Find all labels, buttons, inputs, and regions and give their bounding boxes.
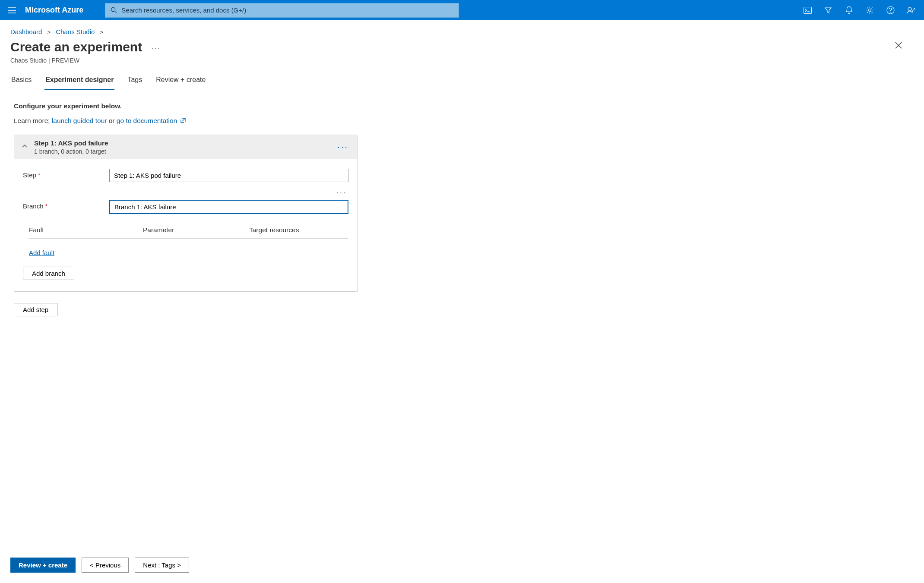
- tab-tags[interactable]: Tags: [127, 72, 143, 90]
- breadcrumb: Dashboard > Chaos Studio >: [0, 20, 924, 39]
- svg-point-0: [111, 7, 115, 11]
- step-name-label: Step*: [23, 169, 109, 179]
- chevron-right-icon: >: [100, 29, 104, 35]
- search-input[interactable]: [121, 6, 453, 14]
- fault-table-header: Fault Parameter Target resources: [29, 222, 348, 239]
- tab-basics[interactable]: Basics: [10, 72, 32, 90]
- add-step-button[interactable]: Add step: [14, 303, 57, 316]
- svg-point-3: [868, 9, 871, 12]
- step-context-menu[interactable]: ···: [337, 142, 350, 152]
- svg-rect-2: [804, 7, 811, 13]
- or-text: or: [107, 117, 116, 124]
- svg-line-1: [115, 11, 117, 13]
- breadcrumb-chaos-studio[interactable]: Chaos Studio: [56, 28, 95, 35]
- top-nav: Microsoft Azure: [0, 0, 924, 20]
- notifications-icon[interactable]: [839, 1, 858, 20]
- page-header: Create an experiment ··· Chaos Studio | …: [0, 39, 924, 72]
- fault-table: Fault Parameter Target resources: [29, 222, 348, 239]
- step-form: Step* ··· Branch* Fault Parameter Target…: [14, 159, 357, 291]
- learn-more-line: Learn more; launch guided tour or go to …: [14, 117, 358, 125]
- page-subtitle: Chaos Studio | PREVIEW: [10, 57, 161, 64]
- col-target-resources: Target resources: [249, 226, 348, 234]
- settings-icon[interactable]: [860, 1, 879, 20]
- content-area: Configure your experiment below. Learn m…: [0, 90, 371, 325]
- col-fault: Fault: [29, 226, 143, 234]
- step-card: Step 1: AKS pod failure 1 branch, 0 acti…: [14, 135, 358, 292]
- external-link-icon: [180, 117, 186, 125]
- global-search[interactable]: [105, 3, 459, 18]
- topbar-actions: [798, 1, 921, 20]
- breadcrumb-dashboard[interactable]: Dashboard: [10, 28, 42, 35]
- add-fault-link[interactable]: Add fault: [29, 249, 54, 256]
- collapse-toggle[interactable]: [21, 143, 28, 151]
- intro-heading: Configure your experiment below.: [14, 102, 358, 110]
- page-menu-icon[interactable]: ···: [152, 41, 161, 53]
- branch-name-input[interactable]: [109, 200, 348, 214]
- learn-prefix: Learn more;: [14, 117, 52, 124]
- tab-review-create[interactable]: Review + create: [155, 72, 206, 90]
- next-button[interactable]: Next : Tags >: [135, 558, 189, 567]
- hamburger-menu-icon[interactable]: [3, 2, 21, 19]
- close-button[interactable]: [895, 40, 914, 50]
- chevron-up-icon: [21, 143, 28, 150]
- branch-context-menu[interactable]: ···: [23, 188, 347, 197]
- feedback-icon[interactable]: [902, 1, 921, 20]
- tab-experiment-designer[interactable]: Experiment designer: [44, 72, 114, 90]
- chevron-right-icon: >: [47, 29, 51, 35]
- wizard-footer: Review + create < Previous Next : Tags >: [0, 547, 924, 567]
- step-name-input[interactable]: [109, 169, 348, 182]
- help-icon[interactable]: [881, 1, 900, 20]
- guided-tour-link[interactable]: launch guided tour: [52, 117, 107, 124]
- close-icon: [895, 41, 902, 49]
- page-title: Create an experiment: [10, 40, 142, 54]
- col-parameter: Parameter: [143, 226, 249, 234]
- branch-name-label: Branch*: [23, 200, 109, 210]
- review-create-button[interactable]: Review + create: [10, 558, 76, 567]
- step-title: Step 1: AKS pod failure: [34, 139, 337, 147]
- search-icon: [111, 7, 117, 13]
- tabs: Basics Experiment designer Tags Review +…: [0, 72, 924, 90]
- brand-label[interactable]: Microsoft Azure: [21, 6, 92, 15]
- step-summary: 1 branch, 0 action, 0 target: [34, 148, 337, 155]
- documentation-link[interactable]: go to documentation: [117, 117, 177, 124]
- cloud-shell-icon[interactable]: [798, 1, 817, 20]
- svg-point-6: [908, 7, 911, 11]
- directory-filter-icon[interactable]: [819, 1, 838, 20]
- svg-point-5: [890, 12, 891, 13]
- add-branch-button[interactable]: Add branch: [23, 267, 74, 280]
- previous-button[interactable]: < Previous: [82, 558, 129, 567]
- step-header: Step 1: AKS pod failure 1 branch, 0 acti…: [14, 135, 357, 159]
